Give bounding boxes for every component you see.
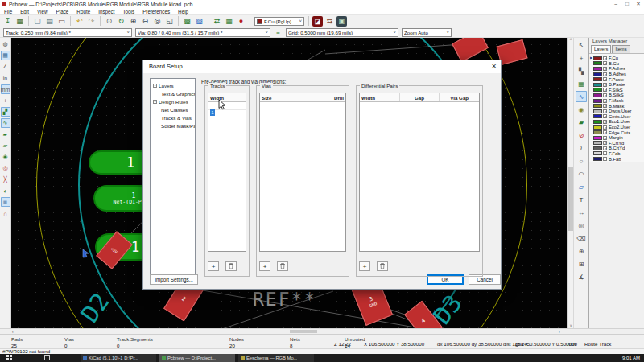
layer-visibility-checkbox[interactable]: ✓ [603,120,607,124]
layer-row-b-cu[interactable]: ✓B.Cu [589,61,644,67]
layer-row-b-fab[interactable]: B.Fab [589,156,644,162]
add-row-button[interactable]: + [208,261,219,271]
layer-visibility-checkbox[interactable]: ✓ [603,61,607,65]
tab-items[interactable]: Items [612,45,630,53]
delete-row-button[interactable] [377,261,388,271]
menu-view[interactable]: View [33,9,52,14]
layer-visibility-checkbox[interactable]: ✓ [603,130,607,134]
layer-row-margin[interactable]: ✓Margin [589,135,644,141]
layer-visibility-checkbox[interactable]: ✓ [603,67,607,71]
layer-row-b-paste[interactable]: ✓B.Paste [589,82,644,88]
tree-item-net-classes[interactable]: Net Classes [151,105,195,113]
footprint-editor-icon[interactable]: ▩ [182,16,192,27]
polar-coords-icon[interactable]: ∠ [1,62,10,72]
tree-expander-icon[interactable]: - [153,84,157,88]
plot-icon[interactable]: ▭ [56,16,67,27]
tree-item-text-graphics[interactable]: Text & Graphics [151,89,195,97]
layer-row-cmts-user[interactable]: ✓Cmts.User [589,114,644,120]
redo-icon[interactable]: ↷ [86,16,97,27]
undo-icon[interactable]: ↶ [74,16,85,27]
layer-visibility-checkbox[interactable]: ✓ [603,83,607,87]
board-setup-icon[interactable]: ▦ [14,16,25,27]
layer-visibility-checkbox[interactable] [603,151,607,155]
layer-visibility-checkbox[interactable]: ✓ [603,77,607,81]
horizontal-scroll-thumb[interactable] [290,330,317,333]
add-arc-icon[interactable]: ◠ [576,168,587,179]
search-icon[interactable]: ⊙ [104,16,114,27]
layer-row-f-paste[interactable]: ✓F.Paste [589,76,644,82]
tracks-table[interactable]: Width1 [208,93,246,252]
layer-visibility-checkbox[interactable]: ✓ [603,109,607,113]
layer-row-f-adhes[interactable]: ✓F.Adhes [589,66,644,72]
zoom-fit-icon[interactable]: ◎ [152,16,163,27]
layer-row-edge-cuts[interactable]: ✓Edge.Cuts [589,130,644,135]
add-zone-icon[interactable]: ▰ [576,117,587,128]
drill-origin-icon[interactable]: ⊕ [576,245,587,257]
high-contrast-icon[interactable]: ◐ [1,186,10,195]
task-view-button[interactable] [44,355,50,360]
add-circle-icon[interactable]: ○ [576,155,587,167]
layer-row-eco1-user[interactable]: ✓Eco1.User [589,119,644,125]
menu-preferences[interactable]: Preferences [138,9,174,14]
layer-row-f-mask[interactable]: ✓F.Mask [589,98,644,104]
taskbar-item-2[interactable]: Eeschema — RGB Mo... [238,354,314,362]
add-via-icon[interactable]: ◉ [576,104,587,115]
track-width-edit-row[interactable]: 1 [208,102,246,110]
taskbar-item-0[interactable]: KiCad (5.1.10)-1 D:\Pr... [80,354,156,362]
tree-item-design-rules[interactable]: -Design Rules [151,97,195,105]
zoom-out-icon[interactable]: ⊖ [140,16,151,27]
tree-expander-icon[interactable]: - [153,100,157,104]
layer-visibility-checkbox[interactable]: ✓ [603,125,607,130]
layer-visibility-checkbox[interactable]: ✓ [603,104,607,108]
close-button[interactable]: ✕ [633,0,644,8]
import-netlist-icon[interactable]: ▦ [224,16,234,27]
delete-row-button[interactable] [225,261,237,271]
pads-sketch-icon[interactable]: ◉ [1,152,10,162]
minimize-button[interactable]: – [610,0,621,8]
add-keepout-icon[interactable]: ⊘ [576,130,587,141]
three-d-viewer-icon[interactable]: ▣ [336,16,347,27]
import-settings-button[interactable]: Import Settings... [150,274,198,285]
dialog-close-button[interactable]: ✕ [491,60,497,73]
save-board-icon[interactable]: ↧ [2,16,13,27]
tracks-sketch-icon[interactable]: ╳ [1,175,10,184]
layer-select[interactable]: F.Cu (PgUp)˅ [254,17,304,26]
zone-fill-icon[interactable]: ▰ [1,130,10,139]
layer-pair-icon[interactable]: ◪ [312,16,323,27]
vias-table[interactable]: SizeDrill [259,93,346,252]
layer-row-f-fab[interactable]: F.Fab [589,151,644,157]
layer-row-eco2-user[interactable]: ✓Eco2.User [589,125,644,130]
tree-item-tracks-vias[interactable]: Tracks & Vias [151,113,195,121]
vias-sketch-icon[interactable]: ◎ [1,163,10,173]
highlight-net-icon[interactable]: + [576,52,587,64]
vertical-scrollbar[interactable]: ˄ ˅ [567,38,573,328]
layer-row-f-crtyd[interactable]: ✓F.CrtYd [589,141,644,146]
local-ratsnest-icon[interactable]: ▚ [576,65,587,76]
add-dimension-icon[interactable]: ↔ [576,207,587,218]
layer-visibility-checkbox[interactable]: ✓ [603,99,607,103]
menu-edit[interactable]: Edit [16,9,33,14]
diff-pairs-table[interactable]: WidthGapVia Gap [359,93,480,252]
units-inch-icon[interactable]: in [1,73,10,83]
footprint-browser-icon[interactable]: ▧ [194,16,204,27]
zoom-in-icon[interactable]: ⊕ [128,16,138,27]
layers-manager-icon[interactable]: ≣ [1,197,10,207]
interactive-router-settings-icon[interactable]: ⇆ [324,16,335,27]
delete-row-button[interactable] [277,261,288,271]
layer-row-b-mask[interactable]: ✓B.Mask [589,103,644,109]
taskbar-item-1[interactable]: Pcbnew — D:\Project... [159,354,235,362]
refresh-icon[interactable]: ↻ [116,16,126,27]
grid-visibility-icon[interactable]: ▦ [1,51,10,60]
zoom-selection-icon[interactable]: ◱ [164,16,175,27]
layer-visibility-checkbox[interactable] [603,157,607,161]
curved-ratsnest-icon[interactable]: ∿ [1,118,10,128]
scroll-up-arrow-icon[interactable]: ˄ [568,38,574,42]
edit-cell-selected-text[interactable]: 1 [210,109,215,116]
start-button[interactable] [6,355,12,360]
select-tool-icon[interactable]: ↖ [576,39,587,51]
layer-visibility-checkbox[interactable]: ✓ [603,88,607,92]
ratsnest-visibility-icon[interactable]: ▞ [1,107,10,117]
menu-help[interactable]: Help [174,9,192,14]
menu-place[interactable]: Place [52,9,73,14]
menu-route[interactable]: Route [72,9,94,14]
